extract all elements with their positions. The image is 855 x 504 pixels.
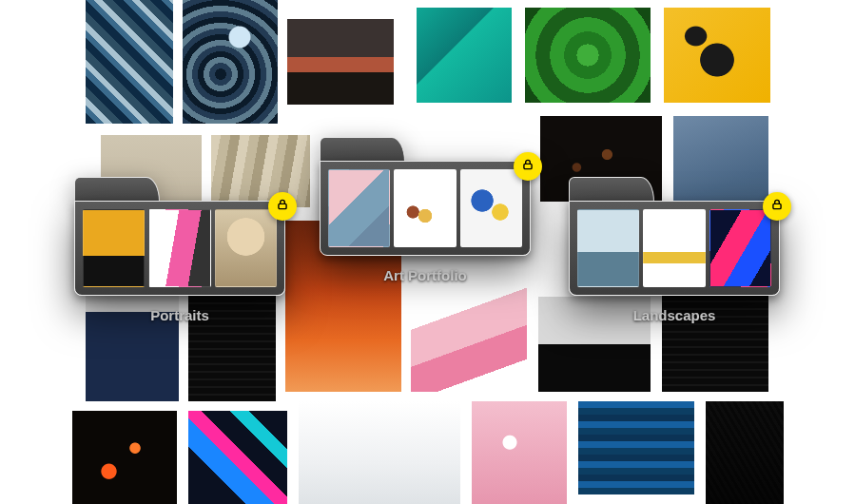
thumb-arches-yellow <box>643 209 705 287</box>
thumb-umbrella-minimal <box>577 209 639 287</box>
lock-icon <box>770 198 784 215</box>
folder-tab <box>74 177 160 202</box>
thumb-spheres-still-life <box>460 169 522 247</box>
lock-badge <box>268 192 297 221</box>
svg-rect-0 <box>279 204 286 208</box>
thumb-cone-shapes-white <box>394 169 456 247</box>
thumb-abstract-neon-light <box>709 209 771 287</box>
folder-body <box>569 201 780 296</box>
folder-label: Art Portfolio <box>320 267 531 283</box>
folder-label: Portraits <box>74 307 285 323</box>
svg-rect-2 <box>773 204 781 208</box>
lock-icon <box>521 158 534 175</box>
lock-badge <box>763 192 791 221</box>
folder-art-portfolio[interactable]: Art Portfolio <box>320 137 531 283</box>
svg-rect-1 <box>524 164 532 168</box>
thumb-mannequin-yellow-jacket <box>83 209 145 287</box>
thumb-pastel-collage <box>328 169 390 247</box>
folder-body <box>320 161 531 256</box>
lock-badge <box>514 152 542 181</box>
folder-portraits[interactable]: Portraits <box>74 177 285 323</box>
thumb-woman-sunglasses <box>215 209 277 287</box>
folder-tab <box>569 177 654 202</box>
thumb-people-pink-fabric <box>148 209 210 287</box>
folder-landscapes[interactable]: Landscapes <box>569 177 780 323</box>
folder-body <box>74 201 285 296</box>
lock-icon <box>276 198 289 215</box>
folder-label: Landscapes <box>569 307 780 323</box>
folders-layer: Portraits Art Portfolio Landscapes <box>0 0 855 504</box>
folder-tab <box>320 137 405 162</box>
